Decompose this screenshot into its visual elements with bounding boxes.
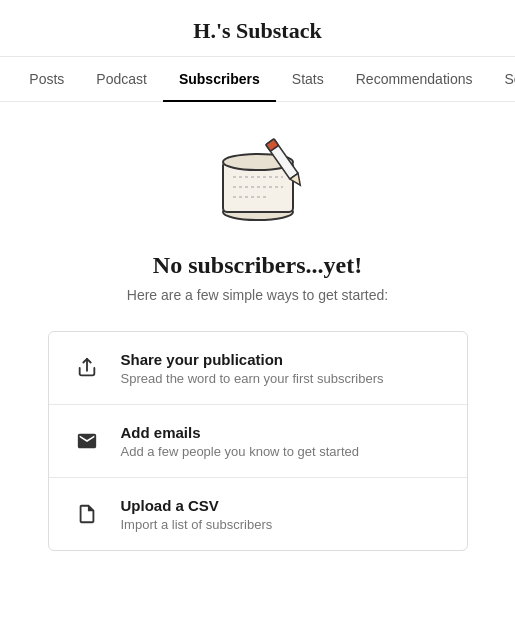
nav-item-podcast[interactable]: Podcast: [80, 57, 163, 101]
email-icon: [69, 423, 105, 459]
main-content: No subscribers...yet! Here are a few sim…: [0, 102, 515, 571]
share-icon: [69, 350, 105, 386]
share-publication-item[interactable]: Share your publication Spread the word t…: [49, 332, 467, 405]
nav-item-recommendations[interactable]: Recommendations: [340, 57, 489, 101]
add-emails-desc: Add a few people you know to get started: [121, 444, 360, 459]
site-header: H.'s Substack: [0, 0, 515, 57]
upload-csv-title: Upload a CSV: [121, 497, 273, 514]
add-emails-title: Add emails: [121, 424, 360, 441]
nav-item-posts[interactable]: Posts: [13, 57, 80, 101]
action-card: Share your publication Spread the word t…: [48, 331, 468, 551]
nav-item-settings[interactable]: Settings: [488, 57, 515, 101]
upload-csv-item[interactable]: Upload a CSV Import a list of subscriber…: [49, 478, 467, 550]
empty-state-illustration: [198, 132, 318, 232]
share-publication-title: Share your publication: [121, 351, 384, 368]
add-emails-item[interactable]: Add emails Add a few people you know to …: [49, 405, 467, 478]
empty-subtitle: Here are a few simple ways to get starte…: [127, 287, 388, 303]
site-title: H.'s Substack: [193, 18, 321, 43]
empty-heading: No subscribers...yet!: [153, 252, 362, 279]
nav-item-stats[interactable]: Stats: [276, 57, 340, 101]
file-icon: [69, 496, 105, 532]
nav-bar: Home Posts Podcast Subscribers Stats Rec…: [0, 57, 515, 102]
add-emails-text: Add emails Add a few people you know to …: [121, 424, 360, 459]
share-publication-desc: Spread the word to earn your first subsc…: [121, 371, 384, 386]
nav-item-subscribers[interactable]: Subscribers: [163, 57, 276, 101]
upload-csv-text: Upload a CSV Import a list of subscriber…: [121, 497, 273, 532]
nav-item-home[interactable]: Home: [0, 57, 13, 101]
share-publication-text: Share your publication Spread the word t…: [121, 351, 384, 386]
upload-csv-desc: Import a list of subscribers: [121, 517, 273, 532]
